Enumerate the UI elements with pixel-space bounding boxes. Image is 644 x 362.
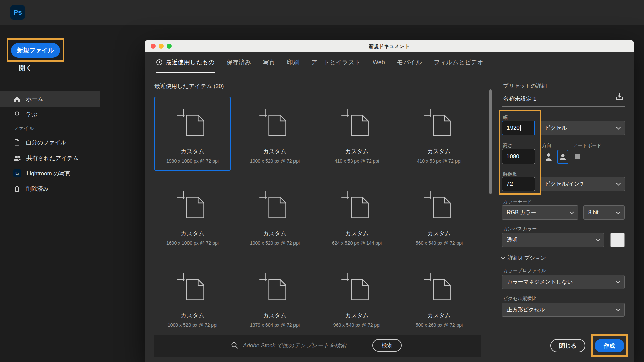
recent-item[interactable]: カスタム 410 x 53 px @ 72 ppi <box>319 97 395 171</box>
tab-print[interactable]: 印刷 <box>287 52 299 73</box>
recent-item-name: カスタム <box>237 230 312 237</box>
learn-icon <box>13 111 21 118</box>
resolution-input[interactable]: 72 <box>502 177 535 191</box>
document-icon <box>338 270 376 306</box>
width-label: 幅 <box>503 115 508 121</box>
sidebar-item-label: 自分のファイル <box>26 139 66 146</box>
download-icon[interactable] <box>615 92 624 101</box>
canvas-color-swatch[interactable] <box>610 233 625 247</box>
tab-saved[interactable]: 保存済み <box>227 52 251 73</box>
recent-item-size: 1379 x 604 px @ 72 ppi <box>237 322 312 328</box>
recent-item[interactable]: カスタム 1000 x 520 px @ 72 ppi <box>236 179 313 253</box>
tab-label: アートとイラスト <box>311 58 361 66</box>
grid-scrollbar[interactable] <box>489 89 492 194</box>
recent-item-size: 1600 x 1000 px @ 72 ppi <box>155 240 230 246</box>
color-mode-dropdown[interactable]: RGB カラー <box>502 205 578 220</box>
recent-item[interactable]: カスタム 410 x 53 px @ 72 ppi <box>401 97 477 171</box>
tab-label: 保存済み <box>227 58 251 66</box>
recent-item-size: 1000 x 520 px @ 72 ppi <box>155 322 230 328</box>
recent-item[interactable]: カスタム 1000 x 520 px @ 72 ppi <box>154 261 231 335</box>
recent-item[interactable]: カスタム 500 x 260 px @ 72 ppi <box>401 261 477 335</box>
stock-search-bar: Adobe Stock で他のテンプレートを検索 検索 <box>154 335 481 357</box>
orientation-portrait-button[interactable] <box>543 150 554 164</box>
chevron-down-icon <box>616 279 620 284</box>
tab-label: フィルムとビデオ <box>434 58 483 66</box>
width-input[interactable]: 1920 <box>502 121 535 135</box>
width-value: 1920 <box>507 125 520 131</box>
chevron-down-icon <box>616 125 621 130</box>
recent-item-name: カスタム <box>155 147 230 155</box>
sidebar-section-files: ファイル <box>0 122 100 135</box>
sidebar-item-my-files[interactable]: 自分のファイル <box>0 135 100 150</box>
new-file-button[interactable]: 新規ファイル <box>11 43 60 58</box>
recent-item-name: カスタム <box>155 230 230 237</box>
recent-item-name: カスタム <box>319 230 394 237</box>
recent-item-name: カスタム <box>319 312 394 319</box>
tab-mobile[interactable]: モバイル <box>397 52 422 73</box>
document-icon <box>174 270 211 306</box>
height-label: 高さ <box>503 143 513 149</box>
tab-recent[interactable]: 最近使用したもの <box>156 52 215 73</box>
recent-item[interactable]: カスタム 624 x 520 px @ 144 ppi <box>319 179 395 253</box>
recent-item[interactable]: カスタム 560 x 540 px @ 72 ppi <box>401 179 477 253</box>
document-icon <box>420 270 458 306</box>
sidebar-item-label: 学ぶ <box>26 111 37 118</box>
sidebar-item-label: Lightroom の写真 <box>26 170 71 177</box>
sidebar-item-deleted[interactable]: 削除済み <box>0 181 100 196</box>
close-dialog-button[interactable]: 閉じる <box>550 339 585 352</box>
shared-icon <box>13 154 21 162</box>
recent-item-size: 1000 x 520 px @ 72 ppi <box>237 240 312 246</box>
tab-label: 写真 <box>263 58 275 66</box>
canvas-color-value: 透明 <box>507 237 518 244</box>
tab-film-video[interactable]: フィルムとビデオ <box>434 52 483 73</box>
pixel-aspect-dropdown[interactable]: 正方形ピクセル <box>502 303 625 317</box>
chevron-down-icon <box>616 307 620 311</box>
height-input[interactable]: 1080 <box>502 149 535 164</box>
stock-search-input[interactable]: Adobe Stock で他のテンプレートを検索 <box>243 339 370 352</box>
recent-item[interactable]: カスタム 1980 x 1080 px @ 72 ppi <box>154 97 231 171</box>
recent-item-size: 500 x 260 px @ 72 ppi <box>401 322 477 328</box>
sidebar-item-shared[interactable]: 共有されたアイテム <box>0 150 100 166</box>
canvas-color-dropdown[interactable]: 透明 <box>502 233 604 247</box>
search-icon <box>231 341 239 349</box>
text-caret <box>520 125 521 131</box>
tab-web[interactable]: Web <box>373 52 385 73</box>
recent-item[interactable]: カスタム 1379 x 604 px @ 72 ppi <box>236 261 313 335</box>
recent-item-size: 624 x 520 px @ 144 ppi <box>319 240 394 246</box>
color-profile-dropdown[interactable]: カラーマネジメントしない <box>502 275 625 289</box>
artboard-checkbox[interactable] <box>575 154 580 159</box>
orientation-landscape-button[interactable] <box>557 150 568 164</box>
preset-header: プリセットの詳細 <box>503 83 547 90</box>
open-button[interactable]: 開く <box>19 64 32 72</box>
document-icon <box>174 106 211 142</box>
document-name-input[interactable]: 名称未設定 1 <box>503 95 536 103</box>
bit-depth-value: 8 bit <box>588 209 598 216</box>
width-unit-dropdown[interactable]: ピクセル <box>540 121 625 135</box>
create-button[interactable]: 作成 <box>595 339 624 352</box>
new-document-dialog: 新規ドキュメント 最近使用したもの 保存済み 写真 印刷 アートとイラスト We… <box>145 40 634 362</box>
recent-item[interactable]: カスタム 1000 x 520 px @ 72 ppi <box>236 97 313 171</box>
sidebar-item-label: 共有されたアイテム <box>26 154 79 162</box>
tab-art-illustration[interactable]: アートとイラスト <box>311 52 361 73</box>
sidebar-item-lightroom[interactable]: Lr Lightroom の写真 <box>0 166 100 181</box>
advanced-options-toggle[interactable]: 詳細オプション <box>502 255 546 262</box>
recent-item-name: カスタム <box>401 230 477 237</box>
sidebar-item-learn[interactable]: 学ぶ <box>0 107 100 122</box>
bit-depth-dropdown[interactable]: 8 bit <box>583 205 625 220</box>
advanced-options-label: 詳細オプション <box>508 255 546 262</box>
resolution-unit-value: ピクセル/インチ <box>545 181 585 188</box>
chevron-down-icon <box>596 237 600 242</box>
photoshop-logo[interactable]: Ps <box>10 5 25 20</box>
sidebar-item-home[interactable]: ホーム <box>0 91 100 107</box>
document-icon <box>420 188 458 224</box>
home-icon <box>13 95 21 103</box>
tab-photo[interactable]: 写真 <box>263 52 275 73</box>
resolution-label: 解像度 <box>503 171 517 177</box>
recent-item-size: 410 x 53 px @ 72 ppi <box>319 158 394 164</box>
resolution-unit-dropdown[interactable]: ピクセル/インチ <box>540 177 625 191</box>
recent-item[interactable]: カスタム 1600 x 1000 px @ 72 ppi <box>154 179 231 253</box>
document-icon <box>420 106 458 142</box>
preset-details-panel: プリセットの詳細 名称未設定 1 幅 1920 ピクセル 高さ 1080 方向 <box>497 80 634 362</box>
recent-item[interactable]: カスタム 960 x 540 px @ 72 ppi <box>319 261 395 335</box>
search-button[interactable]: 検索 <box>372 339 402 352</box>
